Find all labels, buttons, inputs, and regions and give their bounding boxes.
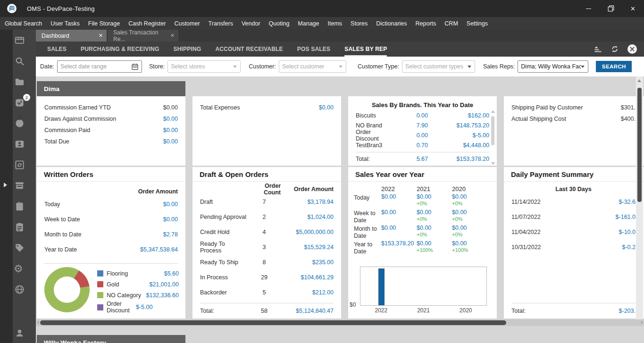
legend-value[interactable]: $-5.00 bbox=[136, 304, 152, 310]
total-amount[interactable]: $153,378.20 bbox=[437, 156, 489, 162]
sidebar-item-web[interactable] bbox=[13, 279, 36, 300]
tab-close-icon[interactable]: ✕ bbox=[170, 33, 175, 39]
subtab-account-receivable[interactable]: ACCOUNT RECEIVABLE bbox=[215, 42, 283, 57]
row-amount[interactable]: $212.00 bbox=[281, 289, 334, 296]
menu-file-storage[interactable]: File Storage bbox=[84, 20, 124, 27]
menu-customer[interactable]: Customer bbox=[170, 20, 204, 27]
yoy-value[interactable]: $0.00 bbox=[381, 193, 396, 200]
sidebar-item-cash[interactable]: $ bbox=[13, 113, 36, 134]
scroll-thumb[interactable] bbox=[491, 116, 494, 145]
menu-transfers[interactable]: Transfers bbox=[204, 20, 237, 27]
sidebar-item-tags[interactable] bbox=[13, 237, 36, 258]
menu-settings[interactable]: Settings bbox=[462, 20, 492, 27]
yoy-value[interactable]: $0.00 bbox=[452, 240, 467, 247]
date-range-input[interactable] bbox=[57, 60, 142, 73]
row-value[interactable]: $0.00 bbox=[163, 216, 178, 223]
subtab-shipping[interactable]: SHIPPING bbox=[173, 42, 201, 57]
yoy-value[interactable]: $0.00 bbox=[452, 225, 467, 231]
yoy-value[interactable]: $0.00 bbox=[452, 209, 467, 216]
refresh-icon[interactable] bbox=[610, 44, 619, 54]
row-value[interactable]: $0.00 bbox=[163, 138, 178, 145]
menu-manage[interactable]: Manage bbox=[293, 20, 323, 27]
search-button[interactable]: SEARCH bbox=[596, 61, 632, 72]
close-dashboard-icon[interactable] bbox=[627, 44, 637, 54]
legend-value[interactable]: $5.60 bbox=[164, 270, 179, 277]
sidebar-item-dashboard[interactable] bbox=[13, 30, 36, 50]
total-amount[interactable]: $5,124,840.47 bbox=[281, 308, 334, 314]
yoy-value[interactable]: $153,378.20 bbox=[381, 240, 414, 247]
row-amount[interactable]: $235.00 bbox=[281, 259, 334, 266]
store-select[interactable]: Select stores bbox=[167, 60, 241, 73]
close-button[interactable]: ✕ bbox=[622, 0, 644, 17]
sidebar-item-file-storage[interactable] bbox=[13, 71, 36, 92]
row-value[interactable]: $0.00 bbox=[163, 201, 178, 208]
scroll-up-icon[interactable] bbox=[637, 79, 641, 82]
vertical-scrollbar[interactable] bbox=[636, 76, 643, 319]
row-value[interactable]: $5,347,538.64 bbox=[140, 246, 178, 253]
row-amount[interactable]: $3,178.94 bbox=[281, 199, 334, 205]
brand-amount[interactable]: $-5.00 bbox=[437, 132, 489, 139]
brand-amount[interactable]: $148,753.20 bbox=[437, 122, 489, 129]
customer-select[interactable]: Select customer bbox=[279, 60, 346, 73]
legend-value[interactable]: $21,001.00 bbox=[149, 281, 179, 288]
menu-user-tasks[interactable]: User Tasks bbox=[46, 20, 84, 27]
menu-quoting[interactable]: Quoting bbox=[265, 20, 294, 27]
yoy-value[interactable]: $0.00 bbox=[417, 240, 431, 247]
menu-items[interactable]: Items bbox=[324, 20, 347, 27]
sidebar-item-quotes[interactable]: ? bbox=[13, 196, 36, 217]
menu-cash-register[interactable]: Cash Register bbox=[124, 20, 170, 27]
brand-amount[interactable]: $162.00 bbox=[437, 112, 489, 119]
menu-crm[interactable]: CRM bbox=[440, 20, 462, 27]
scroll-right-icon[interactable]: › bbox=[641, 319, 643, 326]
horizontal-scrollbar[interactable]: ‹ › bbox=[36, 319, 644, 326]
row-amount[interactable]: $104,661.29 bbox=[281, 274, 334, 281]
row-value[interactable]: $-0.2 bbox=[622, 244, 636, 251]
horizontal-scroll-thumb[interactable] bbox=[40, 320, 506, 325]
subtab-sales-by-rep[interactable]: SALES BY REP bbox=[344, 42, 387, 57]
scroll-left-icon[interactable]: ‹ bbox=[37, 319, 39, 326]
sidebar-item-search[interactable] bbox=[13, 50, 36, 71]
scroll-up-icon[interactable] bbox=[491, 110, 495, 113]
tab-dashboard[interactable]: Dashboard ✕ bbox=[36, 30, 107, 42]
row-value[interactable]: $2.78 bbox=[163, 231, 178, 238]
sidebar-item-stores[interactable] bbox=[13, 175, 36, 196]
sales-reps-select[interactable]: Dima; Willy Wonka Fac... bbox=[518, 60, 588, 73]
date-input[interactable] bbox=[58, 63, 131, 70]
sidebar-item-profile[interactable] bbox=[13, 322, 36, 343]
menu-stores[interactable]: Stores bbox=[346, 20, 372, 27]
sidebar-item-orders[interactable] bbox=[13, 217, 36, 237]
legend-value[interactable]: $132,336.60 bbox=[146, 292, 179, 299]
row-value[interactable]: $0.00 bbox=[163, 116, 178, 122]
row-value[interactable]: $-32.6 bbox=[619, 199, 636, 205]
row-amount[interactable]: $15,529.24 bbox=[281, 244, 334, 251]
yoy-value[interactable]: $0.00 bbox=[417, 193, 431, 200]
row-amount[interactable]: $5,000,000.00 bbox=[281, 229, 334, 235]
row-value[interactable]: $0.00 bbox=[163, 127, 178, 134]
sidebar-item-tasks[interactable]: 2 bbox=[13, 92, 36, 113]
calendar-icon[interactable] bbox=[131, 63, 139, 70]
minimize-button[interactable] bbox=[577, 0, 600, 17]
menu-vendor[interactable]: Vendor bbox=[237, 20, 265, 27]
yoy-value[interactable]: $0.00 bbox=[381, 209, 396, 216]
brand-amount[interactable]: $4,448.00 bbox=[437, 142, 489, 149]
subtab-sales[interactable]: SALES bbox=[47, 42, 67, 57]
scroll-down-icon[interactable] bbox=[491, 162, 495, 165]
menu-reports[interactable]: Reports bbox=[411, 20, 441, 27]
yoy-value[interactable]: $0.00 bbox=[452, 193, 467, 200]
vertical-scroll-thumb[interactable] bbox=[637, 88, 642, 202]
row-value[interactable]: $-161.0 bbox=[616, 214, 636, 220]
sidebar-item-customers[interactable] bbox=[13, 134, 36, 154]
yoy-value[interactable]: $0.00 bbox=[381, 225, 396, 231]
yoy-value[interactable]: $0.00 bbox=[417, 225, 431, 231]
yoy-value[interactable]: $0.00 bbox=[417, 209, 431, 216]
row-amount[interactable]: $1,024.00 bbox=[281, 214, 334, 220]
menu-global-search[interactable]: Global Search bbox=[0, 20, 46, 27]
subtab-purchasing-receiving[interactable]: PURCHASING & RECEIVING bbox=[81, 42, 159, 57]
row-value[interactable]: $0.00 bbox=[319, 104, 334, 111]
sidebar-item-transfers[interactable] bbox=[13, 154, 36, 175]
tab-close-icon[interactable]: ✕ bbox=[99, 33, 103, 39]
tab-sales-transaction-report[interactable]: Sales Transaction Re... ✕ bbox=[108, 30, 178, 42]
total-value[interactable]: $-203. bbox=[619, 308, 636, 314]
sidebar-item-settings[interactable]: ⚙ bbox=[13, 258, 36, 279]
row-value[interactable]: $-10.0 bbox=[619, 229, 636, 235]
